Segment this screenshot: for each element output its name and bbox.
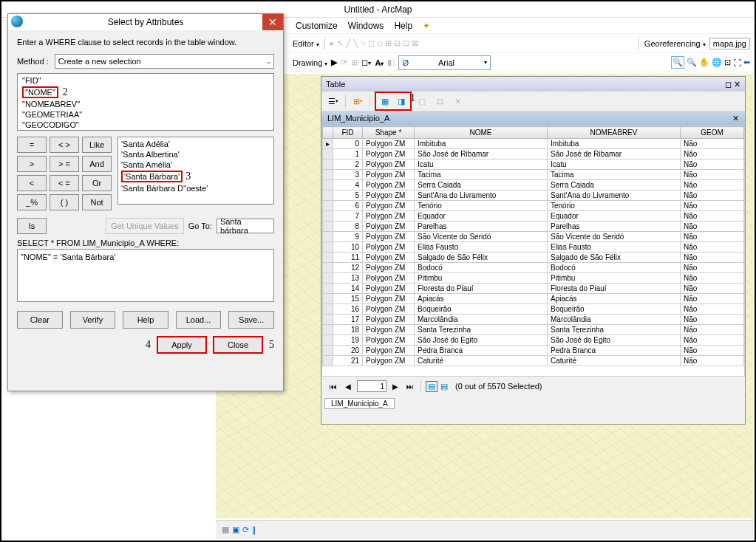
op-like[interactable]: Like [82,137,112,153]
zoom-in-icon[interactable]: 🔍 [671,56,684,69]
table-row[interactable]: 2Polygon ZMIcatuIcatuNão [323,159,744,170]
field-geometriaa[interactable]: "GEOMETRIAA" [21,109,270,120]
nav-next-icon[interactable]: ▶ [389,380,401,392]
text-tool-icon[interactable]: A▾ [375,58,384,67]
table-row[interactable]: 16Polygon ZMBoqueirãoBoqueirãoNão [323,304,744,315]
field-nome[interactable]: "NOME"2 [21,86,270,99]
method-select[interactable]: Create a new selection⌵ [55,54,274,69]
table-row[interactable]: 17Polygon ZMMarcolândiaMarcolândiaNão [323,315,744,325]
get-unique-values-button[interactable]: Get Unique Values [106,218,184,234]
refresh-icon[interactable]: ⟳ [242,525,249,535]
field-geocodigo[interactable]: "GEOCODIGO" [21,120,270,130]
table-row[interactable]: 18Polygon ZMSanta TerezinhaSanta Terezin… [323,325,744,335]
op-lt[interactable]: < [17,175,47,191]
table-options-icon[interactable]: ☰▾ [326,94,341,109]
table-row[interactable]: 14Polygon ZMFloresta do PiauíFloresta do… [323,284,744,294]
rect-dropdown-icon[interactable]: ◻▾ [361,58,371,67]
value-item[interactable]: 'Santa Adélia' [121,139,270,149]
fullscreen-icon[interactable]: ⛶ [733,58,741,67]
load-button[interactable]: Load... [176,311,222,329]
grid-icon[interactable]: ⊞ [351,58,358,67]
op-neq[interactable]: < > [50,137,79,153]
col-nome[interactable]: NOME [415,127,548,139]
col-shape[interactable]: Shape * [363,127,415,139]
switch-selection-icon[interactable]: ◨ [394,94,409,109]
back-arrow-icon[interactable]: ⬅ [743,58,750,67]
op-not[interactable]: Not [82,194,112,210]
op-is[interactable]: Is [17,218,47,234]
drawing-dropdown[interactable]: Drawing ▾ [293,58,327,67]
values-list[interactable]: 'Santa Adélia' 'Santa Albertina' 'Santa … [118,137,274,205]
nav-first-icon[interactable]: ⏮ [327,380,339,392]
table-row[interactable]: 12Polygon ZMBodocóBodocóNão [323,263,744,273]
show-selected-icon[interactable]: ▤ [440,382,448,391]
menu-customize[interactable]: Customize [296,21,338,31]
table-row[interactable]: 10Polygon ZMElias FaustoElias FaustoNão [323,242,744,253]
op-paren[interactable]: ( ) [50,194,79,210]
nav-last-icon[interactable]: ⏭ [404,380,416,392]
table-row[interactable]: 3Polygon ZMTacimaTacimaNão [323,170,744,180]
table-row[interactable]: 19Polygon ZMSão José do EgitoSão José do… [323,335,744,346]
select-by-attributes-icon[interactable]: ▦ [378,94,392,109]
op-pct[interactable]: _% [17,194,47,210]
dialog-titlebar[interactable]: Select by Attributes ✕ [8,14,283,30]
dialog-close-icon[interactable]: ✕ [262,14,283,30]
table-scroll[interactable]: FID Shape * NOME NOMEABREV GEOM ▸0Polygo… [321,126,745,377]
field-nomeabrev[interactable]: "NOMEABREV" [21,99,270,109]
op-or[interactable]: Or [82,175,112,191]
table-titlebar[interactable]: Table ◻ ✕ [321,77,745,92]
field-fid[interactable]: "FID" [21,75,270,86]
col-fid[interactable]: FID [333,127,363,139]
related-tables-icon[interactable]: ⊞▾ [350,94,365,109]
menu-help[interactable]: Help [394,21,412,31]
verify-button[interactable]: Verify [70,311,116,329]
geo-file-select[interactable]: mapa.jpg [709,38,750,49]
table-row[interactable]: 21Polygon ZMCaturitéCaturitéNão [323,356,744,366]
close-button[interactable]: Close [213,336,263,354]
table-row[interactable]: 15Polygon ZMApiacásApiacásNão [323,294,744,304]
show-all-icon[interactable]: ▤ [426,381,437,392]
menu-windows[interactable]: Windows [348,21,384,31]
op-gt[interactable]: > [17,156,47,172]
data-view-icon[interactable]: ▣ [232,525,239,535]
value-item[interactable]: 'Santa Albertina' [121,149,270,159]
table-row[interactable]: 5Polygon ZMSant'Ana do LivramentoSant'An… [323,191,744,201]
col-nomeabrev[interactable]: NOMEABREV [548,127,681,139]
table-row[interactable]: 11Polygon ZMSalgado de São FélixSalgado … [323,253,744,263]
pan-icon[interactable]: ✋ [699,58,709,67]
where-clause-input[interactable] [17,249,274,302]
table-row[interactable]: 13Polygon ZMPitimbuPitimbuNão [323,273,744,284]
goto-input[interactable]: Santa bárbara [217,219,274,233]
table-tab[interactable]: LIM_Municipio_A [324,398,395,409]
op-and[interactable]: And [82,156,112,172]
pause-icon[interactable]: ‖ [252,525,256,535]
op-lte[interactable]: < = [50,175,79,191]
zoom-selection-icon[interactable]: ⊡ [432,94,447,109]
clear-button[interactable]: Clear [17,311,63,329]
table-row[interactable]: 1Polygon ZMSão José de RibamarSão José d… [323,149,744,159]
table-row[interactable]: 9Polygon ZMSão Vicente do SeridóSão Vice… [323,232,744,242]
layer-close-icon[interactable]: ✕ [732,114,739,123]
table-row[interactable]: 6Polygon ZMTenórioTenórioNão [323,201,744,211]
globe-icon[interactable]: 🌐 [712,58,722,67]
delete-icon[interactable]: ✕ [450,94,465,109]
help-button[interactable]: Help [123,311,168,329]
color-icon[interactable]: ◧ [387,58,395,67]
value-item[interactable]: 'Santa Amélia' [121,159,270,170]
menu-icon[interactable]: ✦ [423,21,430,31]
save-button[interactable]: Save... [228,311,274,329]
apply-button[interactable]: Apply [157,336,207,354]
extent-icon[interactable]: ⊡ [724,58,731,67]
table-row[interactable]: ▸0Polygon ZMImbitubaImbitubaNão [323,139,744,149]
field-list[interactable]: "FID" "NOME"2 "NOMEABREV" "GEOMETRIAA" "… [17,73,274,131]
rotate-icon[interactable]: ⟳ [341,58,347,67]
editor-dropdown[interactable]: Editor ▾ [293,39,319,48]
pointer-tool-icon[interactable]: ▶ [331,58,337,67]
nav-prev-icon[interactable]: ◀ [342,380,354,392]
layout-view-icon[interactable]: ▦ [222,525,229,535]
nav-page-input[interactable] [357,380,386,392]
zoom-out-icon[interactable]: 🔍 [687,58,697,67]
table-row[interactable]: 8Polygon ZMParelhasParelhasNão [323,222,744,232]
table-row[interactable]: 7Polygon ZMEquadorEquadorNão [323,211,744,222]
col-geom[interactable]: GEOM [681,127,744,139]
